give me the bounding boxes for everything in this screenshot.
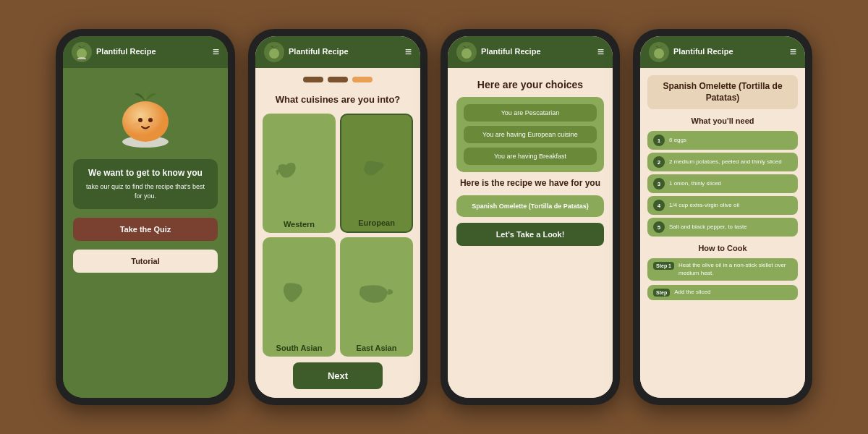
- recipe-name: Spanish Omelette (Tortilla de Patatas): [464, 203, 597, 210]
- choice-item-1: You are Pescatarian: [464, 104, 597, 122]
- south-asian-map-icon: [273, 276, 325, 319]
- step-text-2: Add the sliced: [674, 289, 710, 296]
- svg-point-6: [133, 122, 140, 127]
- hamburger-icon-2[interactable]: ≡: [405, 46, 412, 59]
- ingredient-text-1: 6 eggs: [669, 137, 686, 144]
- welcome-title: We want to get to know you: [82, 168, 209, 178]
- ingredient-5: 5 Salt and black pepper, to taste: [647, 218, 798, 237]
- recipe-body: Spanish Omelette (Tortilla de Patatas) W…: [640, 68, 805, 398]
- app-header-3: Plantiful Recipe ≡: [448, 36, 613, 68]
- take-quiz-button[interactable]: Take the Quiz: [73, 218, 218, 241]
- app-header-1: Plantiful Recipe ≡: [63, 36, 228, 68]
- ingredient-3: 3 1 onion, thinly sliced: [647, 174, 798, 193]
- cuisine-body: What cuisines are you into? Western: [255, 68, 420, 398]
- quiz-question: What cuisines are you into?: [263, 94, 413, 105]
- tutorial-button[interactable]: Tutorial: [73, 250, 218, 273]
- app-icon-1: [72, 42, 92, 62]
- app-icon-4: [649, 42, 669, 62]
- western-map-icon: [273, 152, 325, 195]
- cuisine-label-european: European: [341, 218, 412, 227]
- ingredient-text-5: Salt and black pepper, to taste: [669, 224, 747, 231]
- svg-point-9: [461, 48, 472, 59]
- plant-character: [113, 85, 178, 150]
- choices-title: Here are your choices: [456, 78, 604, 91]
- next-button[interactable]: Next: [293, 362, 383, 389]
- ingredient-text-4: 1/4 cup extra-virgin olive oil: [669, 202, 739, 209]
- cuisine-label-western: Western: [263, 220, 336, 229]
- step-label-2: Step: [653, 289, 670, 297]
- progress-dot-2: [328, 77, 348, 82]
- cuisine-label-south-asian: South Asian: [263, 344, 336, 352]
- screen-results: Plantiful Recipe ≡ Here are your choices…: [448, 36, 613, 398]
- ingredient-num-1: 1: [653, 135, 665, 146]
- cuisine-grid: Western European South Asian: [263, 114, 413, 357]
- header-left-2: Plantiful Recipe: [264, 42, 349, 62]
- app-header-4: Plantiful Recipe ≡: [640, 36, 805, 68]
- phone-4: Plantiful Recipe ≡ Spanish Omelette (Tor…: [633, 29, 812, 405]
- ingredient-2: 2 2 medium potatoes, peeled and thinly s…: [647, 153, 798, 171]
- ingredients-list: 1 6 eggs 2 2 medium potatoes, peeled and…: [647, 131, 798, 237]
- choice-item-3: You are having Breakfast: [464, 148, 597, 165]
- ingredient-num-3: 3: [653, 178, 665, 190]
- recipe-detail-title: Spanish Omelette (Tortilla de Patatas): [647, 75, 798, 109]
- ingredient-num-5: 5: [653, 221, 665, 233]
- ingredient-1: 1 6 eggs: [647, 131, 798, 150]
- app-title-1: Plantiful Recipe: [96, 47, 156, 56]
- app-icon-3: [456, 42, 477, 62]
- svg-point-8: [269, 48, 279, 59]
- choices-box: You are Pescatarian You are having Europ…: [456, 97, 604, 172]
- header-left-4: Plantiful Recipe: [649, 42, 733, 62]
- recipe-section-title: Here is the recipe we have for you: [456, 178, 604, 190]
- hamburger-icon-1[interactable]: ≡: [213, 46, 219, 59]
- header-left-3: Plantiful Recipe: [456, 42, 541, 62]
- app-title-3: Plantiful Recipe: [481, 47, 541, 56]
- svg-point-3: [122, 101, 169, 142]
- ingredient-4: 4 1/4 cup extra-virgin olive oil: [647, 196, 798, 215]
- step-1: Step 1 Heat the olive oil in a non-stick…: [647, 258, 798, 281]
- screen-recipe: Plantiful Recipe ≡ Spanish Omelette (Tor…: [640, 36, 805, 398]
- svg-point-4: [138, 118, 142, 122]
- header-left-1: Plantiful Recipe: [72, 42, 156, 62]
- results-body: Here are your choices You are Pescataria…: [448, 68, 613, 398]
- progress-dot-3: [352, 77, 373, 82]
- welcome-box: We want to get to know you take our quiz…: [73, 159, 218, 209]
- app-icon-2: [264, 42, 284, 62]
- cuisine-card-south-asian[interactable]: South Asian: [263, 237, 336, 357]
- svg-point-10: [654, 48, 664, 59]
- app-title-4: Plantiful Recipe: [673, 47, 733, 56]
- cuisine-card-east-asian[interactable]: East Asian: [340, 237, 413, 357]
- welcome-desc: take our quiz to find the recipe that's …: [82, 182, 209, 200]
- svg-point-7: [150, 122, 158, 127]
- cuisine-card-western[interactable]: Western: [263, 114, 336, 233]
- east-asian-map-icon: [351, 276, 402, 319]
- progress-indicator: [263, 77, 413, 82]
- hamburger-icon-4[interactable]: ≡: [790, 46, 796, 59]
- cuisine-label-east-asian: East Asian: [340, 344, 413, 352]
- ingredient-text-3: 1 onion, thinly sliced: [669, 180, 721, 187]
- step-2: Step Add the sliced: [647, 285, 798, 300]
- ingredients-heading: What you'll need: [647, 116, 798, 125]
- look-button[interactable]: Let's Take a Look!: [456, 223, 604, 246]
- phone-3: Plantiful Recipe ≡ Here are your choices…: [441, 29, 620, 405]
- app-title-2: Plantiful Recipe: [289, 47, 349, 56]
- app-header-2: Plantiful Recipe ≡: [255, 36, 420, 68]
- cuisine-card-european[interactable]: European: [340, 114, 413, 233]
- step-text-1: Heat the olive oil in a non-stick skille…: [678, 262, 792, 277]
- hamburger-icon-3[interactable]: ≡: [597, 46, 604, 59]
- screen-welcome: Plantiful Recipe ≡: [63, 36, 228, 398]
- step-label-1: Step 1: [653, 262, 674, 270]
- european-map-icon: [352, 152, 401, 195]
- choice-item-2: You are having European cuisine: [464, 126, 597, 143]
- welcome-body: We want to get to know you take our quiz…: [63, 68, 228, 398]
- ingredient-text-2: 2 medium potatoes, peeled and thinly sli…: [669, 158, 782, 166]
- screen-cuisine: Plantiful Recipe ≡ What cuisines are you…: [255, 36, 420, 398]
- phone-1: Plantiful Recipe ≡: [56, 29, 235, 405]
- ingredient-num-2: 2: [653, 156, 665, 168]
- recipe-box: Spanish Omelette (Tortilla de Patatas): [456, 195, 604, 217]
- ingredient-num-4: 4: [653, 200, 665, 211]
- svg-point-0: [77, 48, 87, 59]
- phone-2: Plantiful Recipe ≡ What cuisines are you…: [248, 29, 427, 405]
- svg-point-5: [148, 118, 153, 122]
- progress-dot-1: [303, 77, 323, 82]
- how-to-cook-heading: How to Cook: [647, 244, 798, 252]
